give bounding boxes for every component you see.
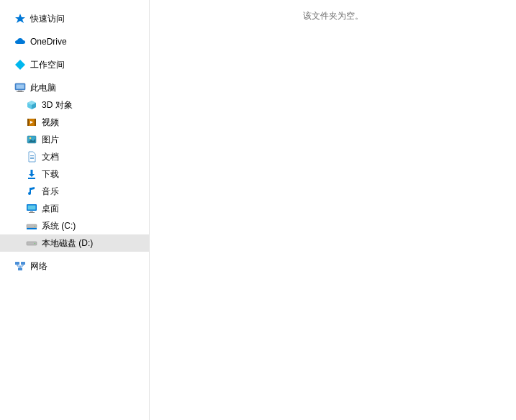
objects3d-icon: [26, 99, 37, 111]
onedrive-icon: [14, 36, 26, 47]
svg-rect-11: [35, 119, 36, 126]
svg-rect-33: [18, 268, 22, 270]
sidebar-label: 视频: [42, 117, 59, 129]
drive-icon: [26, 220, 37, 232]
sidebar-label: 3D 对象: [42, 99, 73, 111]
sidebar-item-videos[interactable]: 视频: [0, 114, 149, 131]
svg-point-30: [35, 243, 35, 244]
sidebar-item-pictures[interactable]: 图片: [0, 131, 149, 148]
sidebar-label: 系统 (C:): [42, 220, 76, 232]
sidebar-label: 本地磁盘 (D:): [42, 237, 93, 250]
svg-rect-16: [30, 155, 34, 156]
sidebar-label: 图片: [42, 134, 59, 146]
svg-rect-31: [15, 262, 19, 265]
svg-rect-23: [28, 206, 36, 210]
drive-icon: [26, 237, 37, 249]
svg-rect-32: [21, 262, 25, 265]
sidebar-item-desktop[interactable]: 桌面: [0, 200, 149, 217]
workspace-icon: [14, 59, 26, 70]
svg-rect-10: [27, 119, 29, 126]
downloads-icon: [26, 168, 37, 180]
navigation-pane: 快速访问 OneDrive 工作空间 此电脑 3D 对象 视频: [0, 0, 150, 420]
sidebar-label: 快速访问: [30, 13, 65, 25]
this-pc-icon: [14, 82, 26, 93]
empty-folder-message: 该文件夹为空。: [150, 0, 516, 22]
sidebar-item-network[interactable]: 网络: [0, 257, 149, 275]
svg-rect-21: [28, 178, 35, 179]
music-icon: [26, 186, 37, 197]
sidebar-item-3d-objects[interactable]: 3D 对象: [0, 96, 149, 114]
sidebar-label: OneDrive: [30, 37, 67, 47]
sidebar-item-downloads[interactable]: 下载: [0, 165, 149, 183]
sidebar-label: 此电脑: [30, 82, 56, 94]
svg-rect-17: [30, 157, 34, 158]
sidebar-item-quick-access[interactable]: 快速访问: [0, 10, 149, 27]
svg-rect-3: [17, 85, 24, 89]
svg-marker-0: [15, 14, 25, 23]
sidebar-label: 网络: [30, 260, 47, 273]
sidebar-label: 下载: [42, 168, 59, 181]
sidebar-item-documents[interactable]: 文档: [0, 148, 149, 165]
svg-rect-5: [17, 91, 24, 92]
svg-rect-24: [30, 211, 33, 212]
svg-marker-20: [29, 174, 35, 177]
sidebar-item-music[interactable]: 音乐: [0, 183, 149, 200]
desktop-icon: [26, 203, 37, 214]
sidebar-item-this-pc[interactable]: 此电脑: [0, 79, 149, 96]
sidebar-label: 工作空间: [30, 59, 65, 71]
videos-icon: [26, 117, 37, 128]
sidebar-item-workspace[interactable]: 工作空间: [0, 56, 149, 73]
sidebar-label: 文档: [42, 151, 59, 163]
svg-marker-1: [15, 60, 25, 70]
sidebar-item-data-drive[interactable]: 本地磁盘 (D:): [0, 234, 149, 252]
documents-icon: [26, 151, 37, 163]
sidebar-label: 音乐: [42, 186, 59, 198]
svg-rect-25: [29, 212, 35, 213]
content-pane[interactable]: 该文件夹为空。: [150, 0, 516, 420]
sidebar-item-system-drive[interactable]: 系统 (C:): [0, 217, 149, 234]
svg-rect-28: [27, 228, 37, 229]
svg-rect-4: [18, 91, 22, 91]
svg-point-14: [30, 137, 32, 140]
sidebar-item-onedrive[interactable]: OneDrive: [0, 33, 149, 50]
network-icon: [14, 260, 26, 272]
svg-rect-18: [30, 158, 34, 159]
sidebar-label: 桌面: [42, 203, 59, 215]
svg-rect-19: [31, 170, 33, 174]
quick-access-icon: [14, 13, 26, 24]
svg-point-27: [35, 226, 35, 227]
pictures-icon: [26, 134, 37, 145]
